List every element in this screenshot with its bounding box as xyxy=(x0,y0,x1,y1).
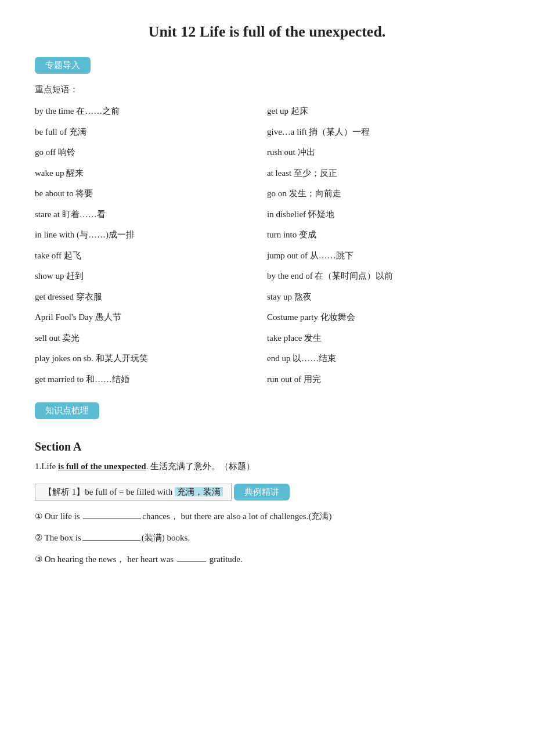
phrase-right: jump out of 从……跳下 xyxy=(267,246,499,267)
analysis-box: 【解析 1】be full of = be filled with 充满，装满 xyxy=(35,484,232,501)
point1-rest: . 生活充满了意外。（标题） xyxy=(146,462,255,471)
table-row: wake up 醒来at least 至少；反正 xyxy=(35,163,499,184)
example-after: gratitude. xyxy=(207,555,243,564)
example-before: On hearing the news， her heart was xyxy=(42,555,176,564)
phrase-left: take off 起飞 xyxy=(35,246,267,267)
example-after: chances， but there are also a lot of cha… xyxy=(142,512,331,521)
point1: 1.Life is full of the unexpected. 生活充满了意… xyxy=(35,459,499,474)
phrase-right: end up 以……结束 xyxy=(267,348,499,369)
point1-underline: is full of the unexpected xyxy=(58,462,146,471)
phrase-right: give…a lift 捎（某人）一程 xyxy=(267,122,499,143)
table-row: in line with (与……)成一排turn into 变成 xyxy=(35,225,499,246)
examples-container: ① Our life is chances， but there are als… xyxy=(35,509,499,567)
table-row: be about to 将要go on 发生；向前走 xyxy=(35,183,499,204)
example-blank[interactable] xyxy=(177,561,206,562)
phrase-left: be about to 将要 xyxy=(35,183,267,204)
page-title: Unit 12 Life is full of the unexpected. xyxy=(35,23,499,41)
phrase-left: go off 响铃 xyxy=(35,142,267,163)
table-row: play jokes on sb. 和某人开玩笑end up 以……结束 xyxy=(35,348,499,369)
phrase-left: show up 赶到 xyxy=(35,266,267,287)
example-item: ① Our life is chances， but there are als… xyxy=(35,509,499,524)
example-item: ③ On hearing the news， her heart was gra… xyxy=(35,552,499,567)
table-row: by the time 在……之前get up 起床 xyxy=(35,101,499,122)
phrase-right: take place 发生 xyxy=(267,328,499,349)
table-row: go off 响铃rush out 冲出 xyxy=(35,142,499,163)
phrase-right: by the end of 在（某时间点）以前 xyxy=(267,266,499,287)
phrase-left: in line with (与……)成一排 xyxy=(35,225,267,246)
phrases-table: by the time 在……之前get up 起床be full of 充满g… xyxy=(35,101,499,390)
section-a-title: Section A xyxy=(35,440,499,453)
example-blank[interactable] xyxy=(83,519,141,519)
analysis-highlight: 充满，装满 xyxy=(175,487,223,496)
phrase-left: stare at 盯着……看 xyxy=(35,204,267,225)
phrase-left: play jokes on sb. 和某人开玩笑 xyxy=(35,348,267,369)
table-row: be full of 充满give…a lift 捎（某人）一程 xyxy=(35,122,499,143)
phrase-right: go on 发生；向前走 xyxy=(267,183,499,204)
badge-knowledge: 知识点梳理 xyxy=(35,402,99,419)
example-num: ② xyxy=(35,533,42,542)
badge-examples: 典例精讲 xyxy=(234,484,290,501)
table-row: sell out 卖光take place 发生 xyxy=(35,328,499,349)
example-before: The box is xyxy=(42,533,81,542)
phrase-left: get dressed 穿衣服 xyxy=(35,287,267,308)
phrase-right: at least 至少；反正 xyxy=(267,163,499,184)
phrase-left: by the time 在……之前 xyxy=(35,101,267,122)
phrase-right: stay up 熬夜 xyxy=(267,287,499,308)
phrase-right: run out of 用完 xyxy=(267,369,499,390)
phrase-left: be full of 充满 xyxy=(35,122,267,143)
example-before: Our life is xyxy=(42,512,82,521)
phrase-right: in disbelief 怀疑地 xyxy=(267,204,499,225)
table-row: take off 起飞jump out of 从……跳下 xyxy=(35,246,499,267)
example-num: ① xyxy=(35,512,42,521)
phrase-left: sell out 卖光 xyxy=(35,328,267,349)
key-phrases-label: 重点短语： xyxy=(35,84,499,95)
phrase-left: get married to 和……结婚 xyxy=(35,369,267,390)
table-row: April Fool's Day 愚人节Costume party 化妆舞会 xyxy=(35,307,499,328)
table-row: get married to 和……结婚run out of 用完 xyxy=(35,369,499,390)
analysis-prefix: 【解析 1】be full of = be filled with xyxy=(44,487,175,496)
phrase-right: Costume party 化妆舞会 xyxy=(267,307,499,328)
phrase-right: turn into 变成 xyxy=(267,225,499,246)
example-blank[interactable] xyxy=(82,540,140,541)
badge-intro: 专题导入 xyxy=(35,57,91,74)
example-item: ② The box is (装满) books. xyxy=(35,530,499,546)
phrase-right: get up 起床 xyxy=(267,101,499,122)
example-after: (装满) books. xyxy=(142,533,190,542)
phrase-right: rush out 冲出 xyxy=(267,142,499,163)
phrase-left: wake up 醒来 xyxy=(35,163,267,184)
table-row: show up 赶到by the end of 在（某时间点）以前 xyxy=(35,266,499,287)
point1-text: 1.Life xyxy=(35,462,58,471)
example-num: ③ xyxy=(35,555,42,564)
table-row: get dressed 穿衣服stay up 熬夜 xyxy=(35,287,499,308)
phrase-left: April Fool's Day 愚人节 xyxy=(35,307,267,328)
table-row: stare at 盯着……看in disbelief 怀疑地 xyxy=(35,204,499,225)
